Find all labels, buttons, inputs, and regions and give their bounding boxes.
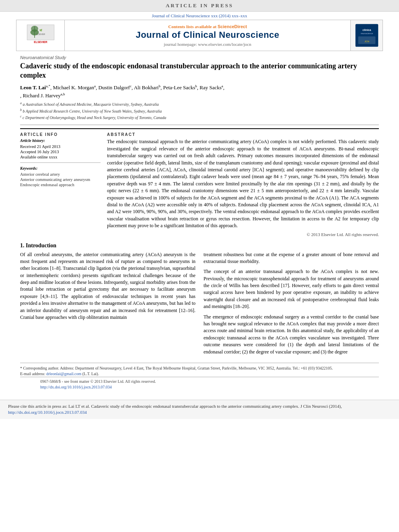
body-col-left: Of all cerebral aneurysms, the anterior … — [20, 251, 195, 359]
section-1-title: 1. Introduction — [20, 242, 379, 249]
issn-bar: 0967-5868/$ - see front matter © 2013 El… — [20, 377, 379, 392]
svg-text:clinica: clinica — [362, 29, 371, 31]
keyword-3: Endoscopic endonasal approach — [20, 183, 101, 187]
article-info-abstract-section: ARTICLE INFO Article history: Received 2… — [20, 128, 379, 236]
article-title: Cadaveric study of the endoscopic endona… — [20, 62, 379, 80]
keyword-1: Anterior cerebral artery — [20, 172, 101, 177]
body-para-3: The concept of an anterior transnasal ap… — [204, 268, 379, 310]
sciencedirect-line: Contents lists available at ScienceDirec… — [168, 24, 247, 29]
elsevier-logo: 🌿 ELSEVIER ELSEVIER — [25, 23, 57, 47]
email-link[interactable]: drleonlai@gmail.com — [46, 372, 81, 376]
affiliations: a a Australian School of Advanced Medici… — [20, 101, 379, 121]
body-para-2: treatment robustness but come at the exp… — [204, 251, 379, 265]
clinica-logo: clinica neuroscience JCN — [355, 23, 379, 47]
body-para-4: The emergence of endoscopic endonasal su… — [204, 314, 379, 355]
affil-c: c c Department of Otolaryngology, Head a… — [20, 114, 379, 121]
email-footnote: E-mail address: drleonlai@gmail.com (L.T… — [20, 371, 379, 377]
keywords-block: Keywords: Anterior cerebral artery Anter… — [20, 166, 101, 187]
footnote-area: * Corresponding author. Address: Departm… — [20, 363, 379, 377]
author-4: , Peta-Lee Sacks — [160, 84, 195, 90]
journal-homepage: journal homepage: www.elsevier.com/locat… — [164, 42, 251, 47]
author-1-rest: , Michael K. Morgan — [50, 84, 94, 90]
affil-a: a a Australian School of Advanced Medici… — [20, 101, 379, 107]
abstract-heading: ABSTRACT — [107, 132, 379, 137]
abstract-text: The endoscopic transnasal approach to th… — [107, 138, 379, 229]
journal-ref-line: Journal of Clinical Neuroscience xxx (20… — [0, 12, 399, 19]
main-content: Neuroanatomical Study Cadaveric study of… — [0, 51, 399, 396]
journal-header: 🌿 ELSEVIER ELSEVIER Contents lists avail… — [16, 20, 383, 51]
accepted-date: Accepted 16 July 2013 — [20, 150, 101, 154]
article-info-column: ARTICLE INFO Article history: Received 2… — [20, 132, 101, 236]
author-3: , Ali Bokhari — [132, 84, 159, 90]
received-date: Received 21 April 2013 — [20, 144, 101, 149]
article-info-heading: ARTICLE INFO — [20, 132, 101, 137]
author-2: , Dustin Dalgorf — [96, 84, 130, 90]
article-in-press-banner: ARTICLE IN PRESS — [0, 0, 399, 12]
doi-link-citation[interactable]: http://dx.doi.org/10.1016/j.jocn.2013.07… — [8, 410, 87, 415]
body-col-right: treatment robustness but come at the exp… — [204, 251, 379, 359]
author-1: Leon T. Lai — [20, 84, 46, 90]
section-divider — [20, 125, 379, 125]
svg-text:🌿: 🌿 — [39, 29, 42, 32]
affil-b: b b Applied Medical Research Centre, Uni… — [20, 108, 379, 114]
article-section-label: Neuroanatomical Study — [20, 55, 379, 60]
journal-logo-right: clinica neuroscience JCN — [350, 20, 383, 51]
svg-text:ELSEVIER: ELSEVIER — [34, 41, 47, 43]
abstract-column: ABSTRACT The endoscopic transnasal appro… — [107, 132, 379, 236]
introduction-section: 1. Introduction Of all cerebral aneurysm… — [20, 242, 379, 359]
svg-text:JCN: JCN — [364, 40, 369, 43]
doi-link-issn[interactable]: http://dx.doi.org/10.1016/j.jocn.2013.07… — [40, 385, 112, 389]
svg-text:neuroscience: neuroscience — [360, 32, 373, 35]
author-5: , Ray Sacks — [197, 84, 222, 90]
keyword-2: Anterior communicating artery aneurysm — [20, 177, 101, 182]
journal-title: Journal of Clinical Neuroscience — [136, 30, 279, 40]
elsevier-logo-area: 🌿 ELSEVIER ELSEVIER — [16, 20, 65, 51]
body-para-1: Of all cerebral aneurysms, the anterior … — [20, 251, 195, 321]
citation-bar: Please cite this article in press as: La… — [0, 400, 399, 419]
available-online: Available online xxxx — [20, 155, 101, 159]
keywords-heading: Keywords: — [20, 166, 101, 170]
journal-header-center: Contents lists available at ScienceDirec… — [65, 20, 350, 51]
corresponding-footnote: * Corresponding author. Address: Departm… — [20, 366, 379, 371]
authors-line: Leon T. Laia,*, Michael K. Morgana, Dust… — [20, 84, 379, 100]
body-two-col: Of all cerebral aneurysms, the anterior … — [20, 251, 379, 359]
article-history-heading: Article history: — [20, 138, 101, 143]
article-history-block: Article history: Received 21 April 2013 … — [20, 138, 101, 163]
svg-point-5 — [30, 29, 39, 35]
abstract-copyright: © 2013 Elsevier Ltd. All rights reserved… — [107, 232, 379, 237]
